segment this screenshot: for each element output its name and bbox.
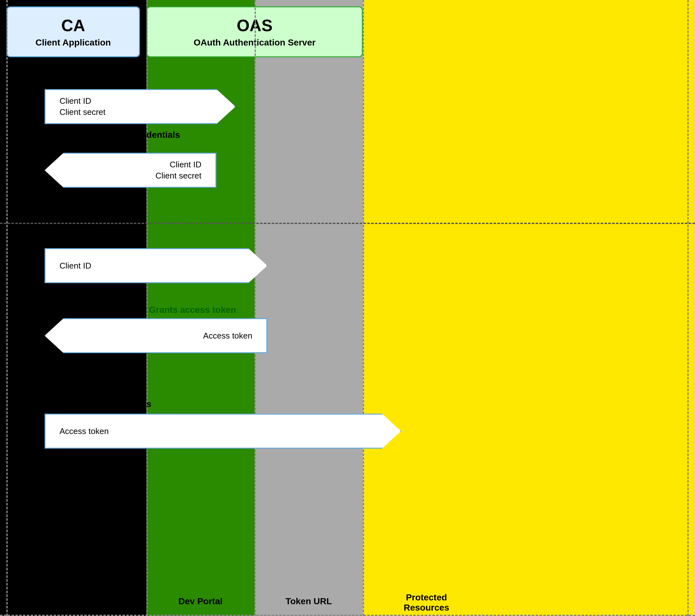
- h-dashed-separator: [0, 223, 695, 224]
- arrow5-line1: Access token: [60, 426, 109, 436]
- arrow3-text: Client ID: [53, 261, 91, 271]
- bottom-protected-resources: ProtectedResources: [363, 593, 490, 613]
- arrow4-text: Access token: [203, 331, 259, 341]
- arrow1-line1: Client ID: [60, 96, 106, 106]
- dashed-line-1: [6, 0, 7, 616]
- arrow-client-id-right2: Client ID: [45, 248, 267, 283]
- dashed-line-4: [363, 0, 364, 616]
- col-protected-bg: [363, 0, 695, 616]
- bottom-dev-portal: Dev Portal: [147, 596, 255, 606]
- diagram: CA Client Application OAS OAuth Authenti…: [0, 0, 695, 616]
- col-oas-token-bg: [255, 0, 363, 616]
- arrow1-text: Client ID Client secret: [53, 96, 106, 117]
- arrow-client-id-left: Client ID Client secret: [45, 153, 216, 188]
- grants-text: Grants access token: [149, 305, 236, 315]
- label-grants: Grants access token: [149, 305, 236, 315]
- dashed-line-5: [688, 0, 689, 616]
- header-ca: CA Client Application: [6, 6, 140, 57]
- arrow2-line2: Client secret: [156, 171, 202, 181]
- arrow2-line1: Client ID: [156, 160, 202, 170]
- bottom-token-url: Token URL: [255, 596, 363, 606]
- arrow-client-id-right: Client ID Client secret: [45, 89, 236, 124]
- dev-portal-label: Dev Portal: [179, 596, 223, 606]
- arrow4-line1: Access token: [203, 331, 252, 340]
- arrow3-line1: Client ID: [60, 261, 91, 271]
- arrow5-text: Access token: [53, 426, 109, 436]
- ca-title: CA: [61, 16, 85, 35]
- resources-text: rces: [133, 399, 151, 409]
- token-url-label: Token URL: [286, 596, 332, 606]
- arrow2-text: Client ID Client secret: [156, 160, 208, 181]
- label-credentials: credentials: [133, 130, 180, 140]
- arrow1-line2: Client secret: [60, 107, 106, 117]
- dashed-line-3: [255, 0, 256, 616]
- arrow-access-token-right: Access token: [45, 414, 401, 449]
- ca-subtitle: Client Application: [36, 37, 111, 48]
- bottom-dashed-line: [0, 615, 695, 616]
- label-resources: rces: [133, 399, 151, 409]
- credentials-text: credentials: [133, 130, 180, 140]
- protected-resources-label: ProtectedResources: [404, 593, 449, 613]
- arrow-access-token-left: Access token: [45, 318, 267, 353]
